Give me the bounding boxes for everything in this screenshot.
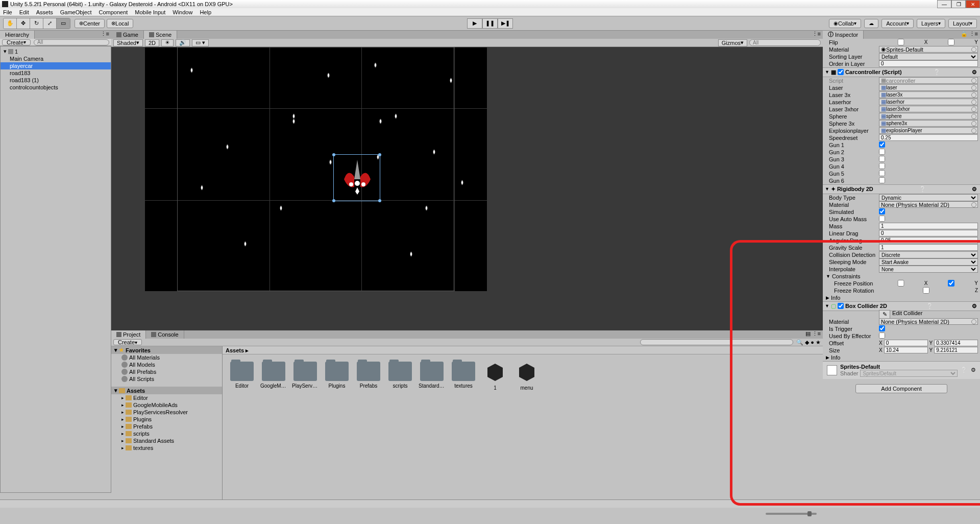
object-picker-icon[interactable] [971,107,976,112]
scene-menu-icon[interactable]: ⋮≡ [810,31,823,39]
gun-checkbox[interactable] [879,170,885,176]
pause-button[interactable]: ❚❚ [482,18,498,29]
shading-mode-dropdown[interactable]: Shaded ▾ [113,39,143,46]
object-field[interactable]: ▦ explosionPlayer [879,127,978,134]
offset-x-input[interactable] [884,340,928,346]
help-icon[interactable]: ❔ [926,303,933,309]
scene-search[interactable] [749,39,821,46]
asset-item[interactable]: menu [514,362,539,391]
gear-icon[interactable]: ⚙ [972,186,978,192]
asset-item[interactable]: scripts [388,362,412,391]
object-field[interactable]: ▦ laserhor [879,99,978,105]
auto-mass-checkbox[interactable] [879,216,885,222]
carcontroller-enabled[interactable] [838,69,844,75]
move-tool[interactable]: ✥ [17,18,30,29]
offset-y-input[interactable] [934,340,978,346]
asset-item[interactable]: GoogleMobi... [261,362,286,391]
inspector-tab[interactable]: ⓘ Inspector [823,31,864,39]
audio-toggle[interactable]: 🔊 [176,39,190,46]
asset-item[interactable]: Plugins [325,362,349,391]
project-search[interactable] [640,339,793,345]
object-field[interactable]: ▦ sphere [879,113,978,120]
menu-assets[interactable]: Assets [36,9,53,15]
object-field[interactable]: ▦ laser [879,84,978,91]
size-y-input[interactable] [934,347,978,353]
object-field[interactable]: ▦ laser3x [879,91,978,98]
material-field[interactable]: ◉ Sprites-Default [879,46,978,53]
object-picker-icon[interactable] [971,128,976,133]
menu-window[interactable]: Window [173,9,192,15]
menu-edit[interactable]: Edit [19,9,29,15]
search-filter-icons[interactable]: 🔍 ◆ ● ★ [796,339,821,346]
hierarchy-item-selected[interactable]: playercar [1,62,111,69]
play-button[interactable]: ▶ [467,18,482,29]
freeze-pos-x[interactable] [879,280,923,287]
object-field[interactable]: ▦ sphere3x [879,120,978,127]
gear-icon[interactable]: ⚙ [971,367,976,373]
mass-input[interactable] [879,223,978,229]
close-button[interactable]: ✕ [966,0,980,8]
hierarchy-tab[interactable]: Hierarchy [0,31,35,39]
edit-collider-button[interactable]: ✎ [879,310,890,319]
help-icon[interactable]: ❔ [919,186,925,192]
freeze-rot-z[interactable] [879,287,973,294]
is-trigger-checkbox[interactable] [879,325,885,331]
object-field[interactable]: ▦ laser3xhor [879,106,978,112]
scene-tab[interactable]: Scene [144,31,177,39]
asset-item[interactable]: textures [451,362,476,391]
gun-checkbox[interactable] [879,149,885,155]
hierarchy-menu-icon[interactable]: ⋮≡ [99,31,111,39]
gear-icon[interactable]: ⚙ [972,69,978,75]
fav-item[interactable]: All Prefabs [111,368,222,375]
asset-item[interactable]: Editor [230,362,254,391]
hand-tool[interactable]: ✋ [4,18,17,29]
hierarchy-item[interactable]: controlcountobjects [1,84,111,91]
menu-mobileinput[interactable]: Mobile Input [135,9,165,15]
rotate-tool[interactable]: ↻ [30,18,43,29]
hierarchy-create-dropdown[interactable]: Create ▾ [2,39,31,45]
object-picker-icon[interactable] [971,121,976,126]
help-icon[interactable]: ❔ [934,69,940,75]
object-picker-icon[interactable] [971,319,976,324]
inspector-lock-icon[interactable]: 🔒 ⋮≡ [959,31,980,39]
favorites-header[interactable]: ▾★Favorites [111,346,222,354]
project-create-dropdown[interactable]: Create ▾ [113,339,142,345]
interpolate-dropdown[interactable]: None [879,266,978,273]
fx-toggle[interactable]: ▭ ▾ [192,39,209,46]
material-preview-header[interactable]: Sprites-Default ShaderSprites/Default ❔⚙ [823,361,980,379]
2d-toggle[interactable]: 2D [145,39,159,46]
hierarchy-search[interactable] [34,39,109,45]
simulated-checkbox[interactable] [879,208,885,215]
object-picker-icon[interactable] [971,100,976,105]
object-picker-icon[interactable] [971,114,976,119]
gravity-scale-input[interactable] [879,244,978,251]
project-tree-item[interactable]: ▸Standard Assets [111,437,222,444]
object-picker-icon[interactable] [971,47,976,52]
lighting-toggle[interactable]: ☀ [161,39,174,46]
menu-help[interactable]: Help [200,9,211,15]
layers-dropdown[interactable]: Layers ▾ [917,19,945,28]
gun-checkbox[interactable] [879,177,885,183]
menu-component[interactable]: Component [99,9,128,15]
freeze-pos-y[interactable] [929,280,973,287]
used-by-effector-checkbox[interactable] [879,332,885,339]
sleeping-mode-dropdown[interactable]: Start Awake [879,258,978,266]
add-component-button[interactable]: Add Component [855,384,947,393]
gun-checkbox[interactable] [879,163,885,169]
rb-material-field[interactable]: None (Physics Material 2D) [879,201,978,208]
project-tree-item[interactable]: ▸Editor [111,394,222,401]
float-input[interactable] [879,134,978,141]
maximize-button[interactable]: ❐ [951,0,966,8]
project-tree-item[interactable]: ▸GoogleMobileAds [111,401,222,409]
hierarchy-scene-root[interactable]: ▾1 [1,47,111,55]
selected-sprite-bounds[interactable] [333,154,380,201]
project-tree-item[interactable]: ▸Prefabs [111,423,222,430]
help-icon[interactable]: ❔ [961,367,968,373]
gun-checkbox[interactable] [879,156,885,162]
gun-checkbox[interactable] [879,141,885,148]
hierarchy-item[interactable]: Main Camera [1,55,111,62]
object-picker-icon[interactable] [971,92,976,98]
assets-breadcrumb[interactable]: Assets ▸ [223,346,823,354]
rigidbody2d-header[interactable]: ▼✦Rigidbody 2D❔⚙ [823,184,980,194]
flip-y-checkbox[interactable] [929,39,973,45]
